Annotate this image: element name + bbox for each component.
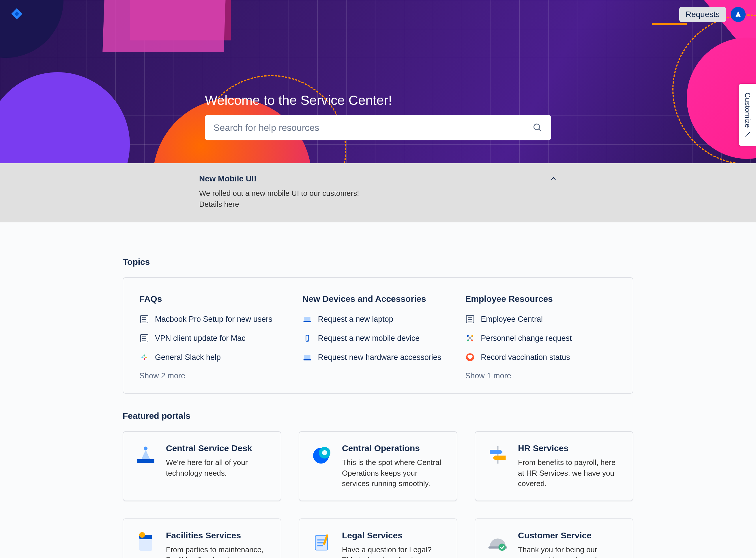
gear-icon (310, 443, 333, 466)
cloche-icon (486, 531, 509, 554)
heart-icon (465, 352, 475, 362)
svg-point-24 (322, 450, 327, 455)
svg-rect-25 (497, 446, 498, 463)
portal-desc: Thank you for being our customer! Let us… (518, 544, 622, 558)
svg-point-21 (144, 447, 148, 451)
portal-desc: This is the spot where Central Operation… (342, 457, 446, 489)
portal-title: Facilities Services (166, 531, 270, 540)
portal-desc: We're here for all of your technology ne… (166, 457, 270, 478)
hero-banner: Requests Welcome to the Service Center! (0, 0, 756, 163)
topic-item-label: Request new hardware accessories (318, 353, 441, 362)
topic-item[interactable]: Personnel change request (465, 333, 617, 343)
portal-card-legal[interactable]: Legal Services Have a question for Legal… (299, 518, 457, 558)
requests-button[interactable]: Requests (679, 7, 726, 22)
customize-label: Customize (743, 93, 752, 128)
document-icon (139, 333, 149, 343)
app-logo[interactable] (10, 7, 23, 21)
show-more-link[interactable]: Show 2 more (139, 372, 291, 380)
search-icon[interactable] (533, 123, 542, 132)
announcement-details-link[interactable]: Details here (199, 200, 239, 208)
portal-desc: From parties to maintenance, Facilities … (166, 544, 270, 558)
search-input[interactable] (205, 115, 551, 141)
document-icon (465, 314, 475, 324)
svg-rect-19 (137, 459, 154, 463)
portal-title: HR Services (518, 443, 622, 453)
portal-title: Central Operations (342, 443, 446, 453)
phone-icon (302, 333, 312, 343)
hero-title: Welcome to the Service Center! (205, 93, 551, 108)
topic-item-label: Record vaccination status (481, 353, 570, 362)
topic-item[interactable]: Request a new laptop (302, 314, 454, 324)
topic-item[interactable]: VPN client update for Mac (139, 333, 291, 343)
svg-marker-26 (490, 450, 503, 454)
svg-point-9 (307, 340, 307, 340)
topic-item[interactable]: Employee Central (465, 314, 617, 324)
notepad-icon (310, 531, 333, 554)
topic-column-title: Employee Resources (465, 294, 617, 304)
svg-rect-10 (304, 355, 310, 359)
hardware-icon (302, 352, 312, 362)
pencil-icon (745, 131, 751, 137)
portal-title: Legal Services (342, 531, 446, 540)
portal-card-facilities[interactable]: Facilities Services From parties to main… (123, 518, 281, 558)
topic-item[interactable]: Macbook Pro Setup for new users (139, 314, 291, 324)
topic-column-faqs: FAQs Macbook Pro Setup for new users VPN… (139, 294, 291, 380)
document-icon (139, 314, 149, 324)
topic-item-label: General Slack help (155, 353, 221, 362)
svg-rect-6 (304, 317, 310, 321)
portal-title: Customer Service (518, 531, 622, 540)
portal-title: Central Service Desk (166, 443, 270, 453)
topic-item-label: Request a new mobile device (318, 334, 420, 343)
portal-card-service-desk[interactable]: Central Service Desk We're here for all … (123, 431, 281, 501)
svg-marker-27 (493, 456, 506, 460)
svg-marker-20 (141, 450, 150, 459)
topic-column-title: New Devices and Accessories (302, 294, 454, 304)
topics-box: FAQs Macbook Pro Setup for new users VPN… (123, 277, 633, 394)
topic-column-employee: Employee Resources Employee Central Pers… (465, 294, 617, 380)
laptop-icon (302, 314, 312, 324)
svg-rect-11 (303, 359, 311, 360)
network-icon (465, 333, 475, 343)
portal-desc: Have a question for Legal? This is the p… (342, 544, 446, 558)
svg-point-0 (534, 124, 540, 130)
svg-point-30 (139, 532, 145, 538)
service-desk-icon (134, 443, 157, 466)
topic-item-label: Employee Central (481, 315, 543, 324)
show-more-link[interactable]: Show 1 more (465, 372, 617, 380)
slack-icon (139, 352, 149, 362)
announcement-body: We rolled out a new mobile UI to our cus… (199, 188, 557, 199)
topics-heading: Topics (123, 257, 633, 267)
svg-rect-7 (303, 321, 311, 322)
announcement-collapse-toggle[interactable] (550, 175, 557, 183)
clipboard-icon (134, 531, 157, 554)
topic-item-label: VPN client update for Mac (155, 334, 246, 343)
svg-rect-4 (144, 354, 145, 357)
topic-item[interactable]: Request new hardware accessories (302, 352, 454, 362)
signpost-icon (486, 443, 509, 466)
announcement-banner: New Mobile UI! We rolled out a new mobil… (0, 163, 756, 222)
svg-line-1 (539, 129, 541, 131)
topic-column-title: FAQs (139, 294, 291, 304)
topic-item-label: Request a new laptop (318, 315, 393, 324)
svg-point-37 (498, 543, 506, 551)
portal-card-operations[interactable]: Central Operations This is the spot wher… (299, 431, 457, 501)
topic-item[interactable]: General Slack help (139, 352, 291, 362)
svg-rect-2 (141, 357, 144, 358)
announcement-title: New Mobile UI! (199, 174, 557, 183)
portal-card-customer[interactable]: Customer Service Thank you for being our… (475, 518, 633, 558)
topic-item[interactable]: Record vaccination status (465, 352, 617, 362)
portal-desc: From benefits to payroll, here at HR Ser… (518, 457, 622, 489)
portal-card-hr[interactable]: HR Services From benefits to payroll, he… (475, 431, 633, 501)
chevron-up-icon (550, 175, 557, 182)
svg-rect-3 (145, 357, 147, 358)
user-avatar[interactable] (731, 7, 746, 22)
customize-tab[interactable]: Customize (739, 84, 756, 146)
topic-item[interactable]: Request a new mobile device (302, 333, 454, 343)
topic-item-label: Personnel change request (481, 334, 572, 343)
topic-item-label: Macbook Pro Setup for new users (155, 315, 272, 324)
portals-heading: Featured portals (123, 411, 633, 421)
svg-rect-5 (144, 358, 145, 360)
topic-column-devices: New Devices and Accessories Request a ne… (302, 294, 454, 380)
